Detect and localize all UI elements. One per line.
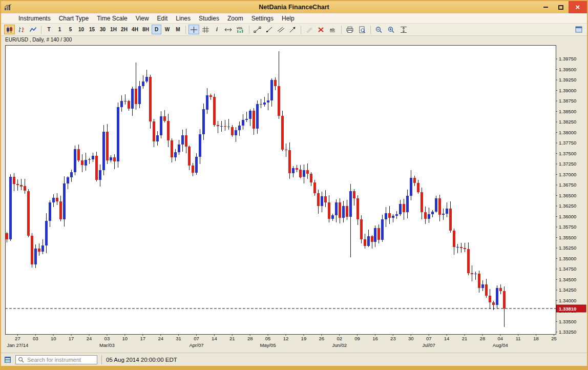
- arrow-tool-button[interactable]: [287, 25, 298, 34]
- price-chart[interactable]: 1.397501.395001.392501.390001.387501.385…: [1, 36, 587, 353]
- candle: [199, 134, 201, 157]
- candle: [306, 170, 309, 174]
- candle: [349, 191, 352, 217]
- candle: [167, 121, 170, 140]
- x-tick-label: 04: [498, 336, 503, 341]
- zoom-in-button[interactable]: [386, 25, 397, 34]
- status-bar: 05 Aug 2014 20:00:00 EDT: [1, 353, 587, 366]
- search-input[interactable]: [26, 356, 95, 363]
- timeframe-8h-button[interactable]: 8H: [141, 25, 151, 34]
- candle: [70, 172, 73, 178]
- channel-tool-button[interactable]: [276, 25, 286, 34]
- print-button[interactable]: [344, 25, 355, 34]
- x-tick-label: 09: [354, 336, 360, 341]
- timeframe-5m-button[interactable]: 5: [66, 25, 75, 34]
- timeframe-monthly-button[interactable]: M: [173, 25, 183, 34]
- candle: [328, 202, 330, 219]
- timeframe-weekly-button[interactable]: W: [162, 25, 172, 34]
- y-tick-label: 1.39750: [559, 56, 576, 61]
- candle: [342, 206, 345, 218]
- candle: [149, 77, 152, 122]
- title-bar[interactable]: NetDania FinanceChart ×: [1, 1, 587, 13]
- timeframe-15m-button[interactable]: 15: [87, 25, 97, 34]
- print-preview-icon: [358, 26, 366, 33]
- x-tick-label: 03: [33, 336, 38, 341]
- edit-lines-button[interactable]: [304, 25, 314, 34]
- timeframe-1m-button[interactable]: 1: [55, 25, 65, 34]
- y-tick-label: 1.37500: [559, 151, 576, 156]
- candle: [235, 130, 237, 135]
- timeframe-10m-button[interactable]: 10: [76, 25, 86, 34]
- crosshair-button[interactable]: [188, 25, 199, 34]
- candle: [464, 248, 466, 249]
- volume-button[interactable]: VOL: [235, 25, 246, 34]
- x-tick-label: 03: [104, 336, 110, 341]
- candle: [120, 101, 123, 107]
- candlestick-chart-icon: [6, 26, 13, 33]
- maximize-button[interactable]: [553, 1, 569, 13]
- arrow-tool-icon: [289, 26, 297, 33]
- x-axis: 2703101724031017243107142128051219260209…: [7, 334, 557, 348]
- candlestick-chart-button[interactable]: [4, 25, 15, 34]
- candle: [317, 193, 320, 206]
- app-icon: [4, 4, 12, 11]
- ray-tool-button[interactable]: [264, 25, 275, 34]
- y-tick-label: 1.37000: [559, 172, 576, 177]
- line-chart-button[interactable]: [28, 25, 38, 34]
- minimize-button[interactable]: [538, 1, 553, 13]
- app-window: NetDania FinanceChart × InstrumentsChart…: [0, 0, 588, 370]
- menu-instruments[interactable]: Instruments: [14, 14, 55, 23]
- instruments-icon: [4, 356, 11, 363]
- candle: [377, 228, 380, 240]
- fit-chart-button[interactable]: [398, 25, 409, 34]
- chart-panel-button[interactable]: [574, 25, 584, 34]
- y-tick-label: 1.38750: [559, 98, 576, 104]
- expand-horizontal-button[interactable]: [223, 25, 234, 34]
- timeframe-30m-button[interactable]: 30: [98, 25, 108, 34]
- delete-lines-button[interactable]: [316, 25, 326, 34]
- timeframe-2h-button[interactable]: 2H: [119, 25, 129, 34]
- timeframe-1h-button[interactable]: 1H: [109, 25, 118, 34]
- candle: [313, 182, 316, 193]
- candle: [188, 147, 191, 165]
- close-button[interactable]: ×: [569, 1, 587, 13]
- candle: [38, 249, 40, 252]
- toolbar-right-group: [573, 25, 584, 34]
- candle: [474, 274, 477, 274]
- timeframe-tick-button[interactable]: T: [44, 25, 54, 34]
- candle: [99, 170, 101, 180]
- value-labels-button[interactable]: ab: [327, 25, 339, 34]
- y-tick-label: 1.35250: [559, 245, 576, 251]
- menu-settings[interactable]: Settings: [247, 14, 278, 23]
- candle: [227, 127, 230, 127]
- timeframe-4h-button[interactable]: 4H: [130, 25, 140, 34]
- menu-edit[interactable]: Edit: [153, 14, 172, 23]
- grid-icon: [202, 26, 209, 33]
- candle: [339, 202, 341, 218]
- expand-horizontal-icon: [224, 26, 232, 33]
- menu-lines[interactable]: Lines: [172, 14, 195, 23]
- print-preview-button[interactable]: [356, 25, 368, 34]
- menu-time-scale[interactable]: Time Scale: [93, 14, 132, 23]
- chart-instrument-label: EUR/USD , Daily, # 140 / 300: [5, 37, 72, 43]
- candle: [249, 111, 251, 119]
- menu-help[interactable]: Help: [278, 14, 299, 23]
- candle: [49, 202, 51, 221]
- bar-chart-button[interactable]: [16, 25, 27, 34]
- info-button[interactable]: i: [212, 25, 222, 34]
- edit-lines-icon: [305, 26, 313, 33]
- grid-button[interactable]: [200, 25, 211, 34]
- candle: [128, 101, 130, 109]
- candle: [496, 288, 498, 305]
- menu-chart-type[interactable]: Chart Type: [55, 14, 93, 23]
- trendline-tool-button[interactable]: [252, 25, 263, 34]
- y-tick-label: 1.38500: [559, 109, 576, 114]
- candle: [403, 204, 405, 212]
- menu-view[interactable]: View: [132, 14, 153, 23]
- zoom-out-button[interactable]: [373, 25, 385, 34]
- x-tick-label: 19: [301, 336, 307, 341]
- timeframe-daily-button[interactable]: D: [152, 25, 161, 34]
- candle: [449, 209, 452, 231]
- menu-studies[interactable]: Studies: [195, 14, 223, 23]
- menu-zoom[interactable]: Zoom: [223, 14, 247, 23]
